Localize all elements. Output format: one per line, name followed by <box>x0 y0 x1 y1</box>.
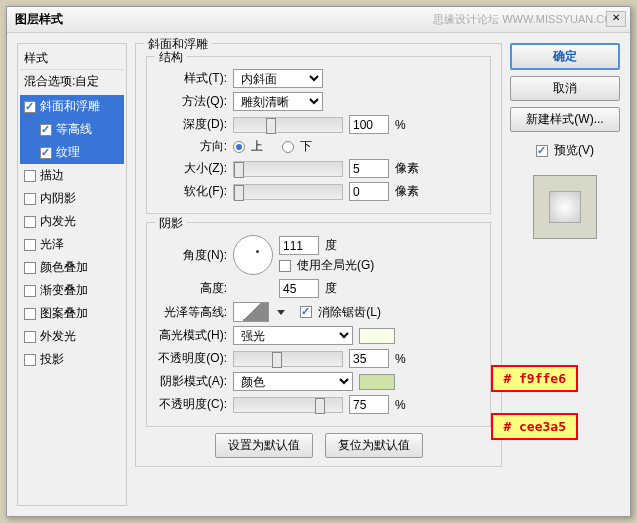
style-checkbox[interactable] <box>40 147 52 159</box>
new-style-button[interactable]: 新建样式(W)... <box>510 107 620 132</box>
highlight-opacity-slider[interactable] <box>233 351 343 367</box>
reset-default-button[interactable]: 复位为默认值 <box>325 433 423 458</box>
watermark: 思缘设计论坛 WWW.MISSYUAN.COM <box>433 12 622 27</box>
make-default-button[interactable]: 设置为默认值 <box>215 433 313 458</box>
style-item-11[interactable]: 投影 <box>20 348 124 371</box>
preview-checkbox[interactable] <box>536 145 548 157</box>
chevron-down-icon[interactable] <box>277 310 285 315</box>
style-checkbox[interactable] <box>24 262 36 274</box>
style-item-2[interactable]: 纹理 <box>20 141 124 164</box>
style-item-7[interactable]: 颜色叠加 <box>20 256 124 279</box>
style-checkbox[interactable] <box>24 354 36 366</box>
layer-style-dialog: 图层样式 思缘设计论坛 WWW.MISSYUAN.COM ✕ 样式 混合选项:自… <box>6 6 631 517</box>
style-item-9[interactable]: 图案叠加 <box>20 302 124 325</box>
style-label: 渐变叠加 <box>40 282 88 299</box>
style-label: 等高线 <box>56 121 92 138</box>
style-checkbox[interactable] <box>24 101 36 113</box>
angle-label: 角度(N): <box>157 247 227 264</box>
style-label: 样式(T): <box>157 70 227 87</box>
size-slider[interactable] <box>233 161 343 177</box>
styles-panel: 样式 混合选项:自定 斜面和浮雕等高线纹理描边内阴影内发光光泽颜色叠加渐变叠加图… <box>17 43 127 506</box>
altitude-label: 高度: <box>157 280 227 297</box>
gloss-contour-label: 光泽等高线: <box>157 304 227 321</box>
highlight-mode-label: 高光模式(H): <box>157 327 227 344</box>
style-label: 光泽 <box>40 236 64 253</box>
highlight-color-swatch[interactable] <box>359 328 395 344</box>
antialias-checkbox[interactable] <box>300 306 312 318</box>
highlight-opacity-input[interactable] <box>349 349 389 368</box>
global-light-checkbox[interactable] <box>279 260 291 272</box>
style-label: 图案叠加 <box>40 305 88 322</box>
shadow-opacity-slider[interactable] <box>233 397 343 413</box>
soften-slider[interactable] <box>233 184 343 200</box>
technique-select[interactable]: 雕刻清晰 <box>233 92 323 111</box>
depth-label: 深度(D): <box>157 116 227 133</box>
shadow-color-swatch[interactable] <box>359 374 395 390</box>
shadow-opacity-input[interactable] <box>349 395 389 414</box>
style-checkbox[interactable] <box>24 170 36 182</box>
angle-dial[interactable] <box>233 235 273 275</box>
style-checkbox[interactable] <box>40 124 52 136</box>
style-item-10[interactable]: 外发光 <box>20 325 124 348</box>
shading-title: 阴影 <box>155 215 187 232</box>
structure-title: 结构 <box>155 49 187 66</box>
highlight-mode-select[interactable]: 强光 <box>233 326 353 345</box>
size-input[interactable] <box>349 159 389 178</box>
bevel-emboss-panel: 斜面和浮雕 结构 样式(T):内斜面 方法(Q):雕刻清晰 深度(D):% 方向… <box>135 43 502 467</box>
direction-label: 方向: <box>157 138 227 155</box>
style-item-8[interactable]: 渐变叠加 <box>20 279 124 302</box>
shadow-color-annotation: # cee3a5 <box>491 413 578 440</box>
style-item-1[interactable]: 等高线 <box>20 118 124 141</box>
style-label: 颜色叠加 <box>40 259 88 276</box>
gloss-contour[interactable] <box>233 302 269 322</box>
style-label: 投影 <box>40 351 64 368</box>
shadow-opacity-label: 不透明度(C): <box>157 396 227 413</box>
direction-down-radio[interactable] <box>282 141 294 153</box>
preview-label: 预览(V) <box>554 142 594 159</box>
style-checkbox[interactable] <box>24 216 36 228</box>
styles-title: 样式 <box>20 48 124 70</box>
soften-input[interactable] <box>349 182 389 201</box>
soften-label: 软化(F): <box>157 183 227 200</box>
shading-group: 阴影 角度(N): 度 使用全局光(G) 高度:度 光泽等高线: 消除锯齿(L)… <box>146 222 491 427</box>
style-item-5[interactable]: 内发光 <box>20 210 124 233</box>
shadow-mode-label: 阴影模式(A): <box>157 373 227 390</box>
style-checkbox[interactable] <box>24 331 36 343</box>
style-checkbox[interactable] <box>24 285 36 297</box>
ok-button[interactable]: 确定 <box>510 43 620 70</box>
highlight-opacity-label: 不透明度(O): <box>157 350 227 367</box>
style-checkbox[interactable] <box>24 193 36 205</box>
style-item-4[interactable]: 内阴影 <box>20 187 124 210</box>
style-checkbox[interactable] <box>24 308 36 320</box>
style-checkbox[interactable] <box>24 239 36 251</box>
cancel-button[interactable]: 取消 <box>510 76 620 101</box>
style-label: 斜面和浮雕 <box>40 98 100 115</box>
style-item-6[interactable]: 光泽 <box>20 233 124 256</box>
style-item-0[interactable]: 斜面和浮雕 <box>20 95 124 118</box>
style-label: 外发光 <box>40 328 76 345</box>
preview-thumbnail <box>533 175 597 239</box>
angle-input[interactable] <box>279 236 319 255</box>
titlebar: 图层样式 思缘设计论坛 WWW.MISSYUAN.COM ✕ <box>7 7 630 33</box>
style-label: 内阴影 <box>40 190 76 207</box>
highlight-color-annotation: # f9ffe6 <box>491 365 578 392</box>
close-button[interactable]: ✕ <box>606 11 626 27</box>
style-label: 内发光 <box>40 213 76 230</box>
direction-up-radio[interactable] <box>233 141 245 153</box>
size-label: 大小(Z): <box>157 160 227 177</box>
technique-label: 方法(Q): <box>157 93 227 110</box>
blend-options[interactable]: 混合选项:自定 <box>20 70 124 93</box>
style-label: 描边 <box>40 167 64 184</box>
style-label: 纹理 <box>56 144 80 161</box>
window-title: 图层样式 <box>15 11 63 28</box>
structure-group: 结构 样式(T):内斜面 方法(Q):雕刻清晰 深度(D):% 方向:上 下 大… <box>146 56 491 214</box>
depth-input[interactable] <box>349 115 389 134</box>
depth-slider[interactable] <box>233 117 343 133</box>
shadow-mode-select[interactable]: 颜色 <box>233 372 353 391</box>
style-select[interactable]: 内斜面 <box>233 69 323 88</box>
altitude-input[interactable] <box>279 279 319 298</box>
style-item-3[interactable]: 描边 <box>20 164 124 187</box>
